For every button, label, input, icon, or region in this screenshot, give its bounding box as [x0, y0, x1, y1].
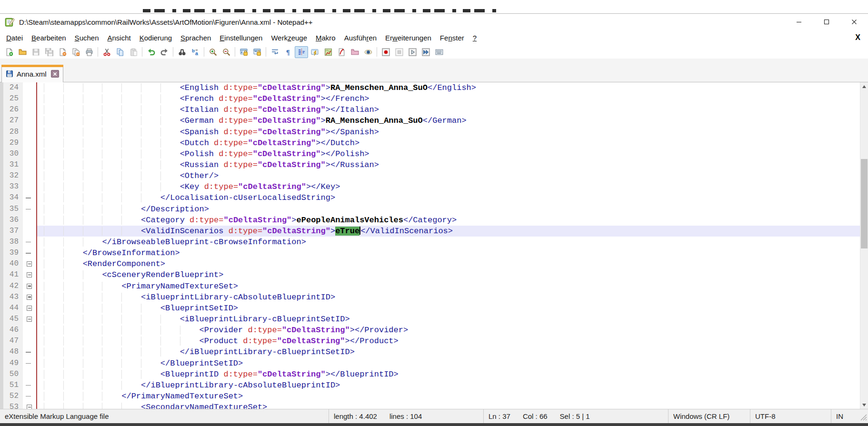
toolbar-separator — [266, 47, 266, 57]
line-number: 35 — [0, 204, 23, 215]
status-bar: eXtensible Markup Language file length :… — [0, 409, 868, 423]
menu-item-ansicht[interactable]: Ansicht — [103, 31, 135, 44]
document-map-icon[interactable] — [321, 46, 335, 58]
code-text: <German d:type="cDeltaString">RA_Mensche… — [37, 115, 860, 126]
fold-collapse-icon[interactable] — [23, 303, 37, 314]
copy-icon[interactable] — [113, 46, 127, 58]
fold-end-mark — [23, 391, 37, 402]
fold-collapse-icon[interactable] — [23, 258, 37, 269]
code-line-31: 31 <Russian d:type="cDeltaString"></Russ… — [0, 159, 860, 170]
minimize-button[interactable] — [785, 14, 813, 30]
fold-margin — [23, 226, 37, 237]
save-macro-icon[interactable] — [432, 46, 446, 58]
show-all-characters-icon[interactable]: ¶ — [281, 46, 295, 58]
fold-margin — [23, 127, 37, 138]
tab-anna-xml[interactable]: Anna.xml — [1, 65, 63, 82]
code-line-49: 49 </BlueprintSetID> — [0, 358, 860, 369]
line-number: 32 — [0, 170, 23, 181]
status-encoding[interactable]: UTF-8 — [750, 409, 831, 423]
toolbar-separator — [98, 47, 98, 57]
menu-item-ausfhren[interactable]: Ausführen — [340, 31, 381, 44]
open-file-icon[interactable] — [16, 46, 29, 58]
menu-item-erweiterungen[interactable]: Erweiterungen — [381, 31, 436, 44]
tab-close-icon[interactable] — [51, 70, 59, 78]
code-line-52: 52 </PrimaryNamedTextureSet> — [0, 391, 860, 402]
menu-item-einstellungen[interactable]: Einstellungen — [215, 31, 267, 44]
word-wrap-icon[interactable] — [268, 46, 281, 58]
sync-horizontal-scrolling-icon[interactable] — [250, 46, 264, 58]
code-editor[interactable]: 24 <English d:type="cDeltaString">RA_Men… — [0, 82, 868, 409]
scroll-up-arrow-icon[interactable] — [860, 82, 868, 90]
status-column-number: Col : 66 — [523, 412, 548, 420]
status-insert-mode[interactable]: IN — [831, 409, 859, 423]
new-file-icon[interactable] — [2, 46, 16, 58]
playback-macro-icon[interactable] — [406, 46, 419, 58]
code-text: </iBrowseableBlueprint-cBrowseInformatio… — [37, 237, 860, 248]
vertical-scrollbar[interactable] — [860, 82, 868, 409]
line-number: 41 — [0, 269, 23, 280]
replace-icon[interactable]: ba — [189, 46, 202, 58]
selected-text: eTrue — [335, 227, 359, 236]
menu-item-datei[interactable]: Datei — [2, 31, 27, 44]
fold-margin — [23, 336, 37, 347]
line-number: 51 — [0, 380, 23, 391]
menu-item-suchen[interactable]: Suchen — [70, 31, 103, 44]
code-line-40: 40 <RenderComponent> — [0, 258, 860, 269]
find-icon[interactable] — [175, 46, 189, 58]
cut-icon[interactable] — [100, 46, 113, 58]
line-number: 24 — [0, 82, 23, 93]
monitoring-icon[interactable] — [361, 46, 375, 58]
user-defined-language-icon[interactable] — [308, 46, 321, 58]
menu-item-fenster[interactable]: Fenster — [436, 31, 469, 44]
code-text: <Key d:type="cDeltaString"></Key> — [37, 181, 860, 192]
close-document-x-icon[interactable]: X — [848, 33, 868, 42]
record-macro-icon[interactable] — [379, 46, 392, 58]
fold-collapse-icon[interactable] — [23, 314, 37, 325]
resize-grip-icon[interactable] — [860, 414, 867, 422]
status-eol-format[interactable]: Windows (CR LF) — [668, 409, 750, 423]
title-bar[interactable]: D:\Steam\steamapps\common\RailWorks\Asse… — [0, 14, 868, 30]
menu-item-makro[interactable]: Makro — [311, 31, 340, 44]
line-number: 27 — [0, 115, 23, 126]
menu-item-werkzeuge[interactable]: Werkzeuge — [267, 31, 311, 44]
undo-icon[interactable] — [144, 46, 158, 58]
menu-item-kodierung[interactable]: Kodierung — [135, 31, 176, 44]
fold-end-mark — [23, 237, 37, 248]
show-indent-guide-icon[interactable] — [295, 46, 308, 58]
fold-collapse-icon[interactable] — [23, 402, 37, 409]
menu-item-sprachen[interactable]: Sprachen — [176, 31, 215, 44]
tab-label: Anna.xml — [17, 70, 47, 78]
close-file-icon[interactable] — [56, 46, 69, 58]
fold-collapse-icon[interactable] — [23, 269, 37, 280]
scroll-down-arrow-icon[interactable] — [860, 401, 868, 409]
toolbar-separator — [173, 47, 173, 57]
sync-vertical-scrolling-icon[interactable] — [237, 46, 250, 58]
code-line-35: 35 </Description> — [0, 204, 860, 215]
run-macro-multiple-icon[interactable] — [419, 46, 432, 58]
fold-margin — [23, 159, 37, 170]
code-line-36: 36 <Category d:type="cDeltaString">ePeop… — [0, 215, 860, 226]
code-line-50: 50 <BlueprintID d:type="cDeltaString"></… — [0, 369, 860, 380]
code-line-48: 48 </iBlueprintLibrary-cBlueprintSetID> — [0, 347, 860, 357]
zoom-in-icon[interactable] — [206, 46, 219, 58]
save-icon — [29, 46, 42, 58]
close-all-files-icon[interactable] — [69, 46, 82, 58]
redo-icon[interactable] — [158, 46, 171, 58]
zoom-out-icon[interactable] — [219, 46, 233, 58]
menu-item-bearbeiten[interactable]: Bearbeiten — [27, 31, 70, 44]
code-line-33: 33 <Key d:type="cDeltaString"></Key> — [0, 181, 860, 192]
scrollbar-thumb[interactable] — [861, 159, 868, 248]
active-tab-accent — [1, 65, 63, 67]
print-icon[interactable] — [82, 46, 96, 58]
close-button[interactable] — [840, 14, 868, 30]
folder-as-workspace-icon[interactable] — [348, 46, 361, 58]
maximize-button[interactable] — [813, 14, 840, 30]
fold-collapse-icon[interactable] — [23, 281, 37, 292]
function-list-icon[interactable] — [335, 46, 348, 58]
code-text: <French d:type="cDeltaString"></French> — [37, 93, 860, 104]
code-line-30: 30 <Polish d:type="cDeltaString"></Polis… — [0, 149, 860, 159]
line-number: 33 — [0, 181, 23, 192]
code-text: <Other/> — [37, 170, 860, 181]
menu-item-help[interactable]: ? — [469, 31, 481, 44]
fold-collapse-icon[interactable] — [23, 292, 37, 303]
